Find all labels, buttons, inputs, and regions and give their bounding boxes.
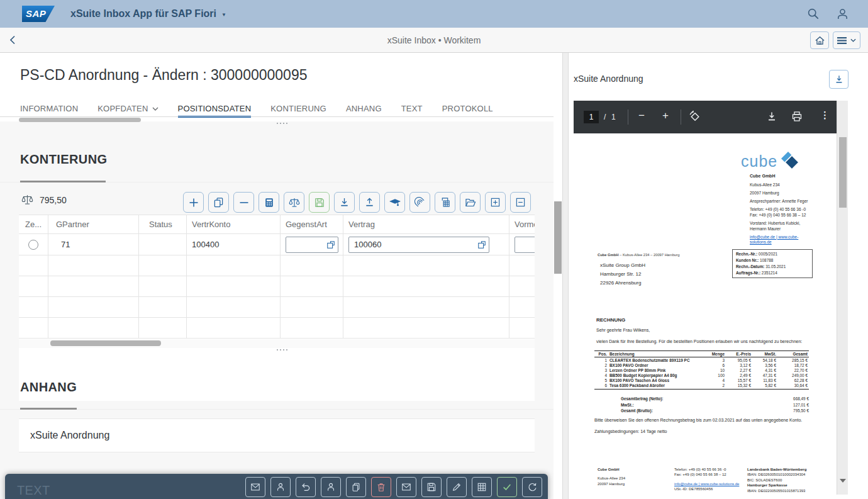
sap-logo[interactable]: SAP <box>22 6 55 22</box>
table-header-row: Ze... GPartner Status VertrKonto Gegenst… <box>19 215 535 234</box>
expand-button[interactable] <box>485 192 506 213</box>
balance-button[interactable] <box>284 192 304 213</box>
panel-splitter[interactable] <box>562 53 569 499</box>
home-button[interactable] <box>810 31 829 49</box>
tab-kopfdaten[interactable]: KOPFDATEN <box>97 101 158 117</box>
refresh-button[interactable] <box>522 477 542 497</box>
pdf-footer-banks: Landesbank Baden-Württemberg IBAN: DE026… <box>747 467 806 493</box>
coil-button[interactable] <box>409 192 430 213</box>
attachment-list-item[interactable]: xSuite Anordnung <box>19 418 535 452</box>
accept-button[interactable] <box>497 477 517 497</box>
copy-button[interactable] <box>346 477 366 497</box>
copy-button[interactable] <box>208 192 229 213</box>
column-header-vertrkonto[interactable]: VertrKonto <box>187 215 281 233</box>
email-button[interactable] <box>245 477 265 497</box>
invoice-item-row: 4BB500 Budget Kopierpapier A4 80g1002,49… <box>594 373 809 378</box>
balance-total: 795,50 <box>21 194 67 206</box>
tab-information[interactable]: INFORMATION <box>20 101 78 117</box>
panel-vertical-scrollbar <box>554 53 562 499</box>
remove-button[interactable] <box>233 192 254 213</box>
invoice-items-table: Pos. Bezeichnung Menge E.-Preis MwSt. Ge… <box>594 350 809 390</box>
gegenstart-input[interactable] <box>286 237 338 253</box>
print-button[interactable] <box>791 111 803 122</box>
education-button[interactable] <box>384 192 405 213</box>
calculator-button[interactable] <box>259 192 279 213</box>
user-profile-icon[interactable] <box>836 8 849 21</box>
pdf-footer-address: Cube GmbH Kubus-Allee 234 20097 Hamburg <box>598 467 625 486</box>
export-table-button[interactable] <box>435 192 455 213</box>
cell-gpartner: 71 <box>48 234 139 255</box>
table-horizontal-scrollbar-thumb[interactable] <box>50 340 161 346</box>
section-divider <box>0 409 554 410</box>
email-button[interactable] <box>396 477 416 497</box>
company-links[interactable]: info@cube.de | www.cube-solutions.de <box>750 235 814 245</box>
app-title-menu[interactable]: xSuite Inbox App für SAP Fiori ▼ <box>70 0 226 28</box>
anhang-section-heading: ANHANG <box>20 380 77 395</box>
invoice-item-row: 1CLEARTEX Bodenschutzmatte 89X119 PC395,… <box>594 357 809 363</box>
pdf-download-button[interactable] <box>766 111 777 122</box>
upload-button[interactable] <box>359 192 380 213</box>
recipient-block: xSuite Group GmbH Hamburger Str. 12 2292… <box>600 263 645 289</box>
column-header-vormerk[interactable]: Vormerk <box>509 215 535 233</box>
add-button[interactable] <box>183 192 204 213</box>
pdf-page-input[interactable]: 1 <box>584 111 599 123</box>
vertrag-input[interactable]: 100060 <box>348 237 489 253</box>
tab-anhang[interactable]: ANHANG <box>346 101 382 117</box>
toolbar-divider <box>628 109 628 125</box>
splitter-grip[interactable] <box>277 123 287 124</box>
value-help-icon[interactable] <box>477 240 486 249</box>
download-button[interactable] <box>334 192 355 213</box>
salutation: Sehr geehrte Frau Wilkens, <box>596 328 650 332</box>
undo-button[interactable] <box>296 477 316 497</box>
rotate-button[interactable] <box>688 110 701 123</box>
grid-button[interactable] <box>472 477 492 497</box>
section-underline <box>20 181 106 182</box>
tab-strip: INFORMATION KOPFDATEN POSITIONSDATEN KON… <box>20 101 556 117</box>
vormerk-input[interactable] <box>515 237 535 253</box>
pdf-toolbar: 1 / 1 − + ⋮ <box>574 101 837 133</box>
value-help-icon[interactable] <box>326 240 335 249</box>
search-icon[interactable] <box>807 8 820 20</box>
save-button[interactable] <box>421 477 442 497</box>
tab-protokoll[interactable]: PROTOKOLL <box>442 101 493 117</box>
pdf-scrollbar-thumb[interactable] <box>839 137 847 208</box>
invoice-info-box: Rechn.-Nr.: 0005/2021 Kunden Nr.: 108788… <box>732 249 813 278</box>
column-header-gpartner[interactable]: GPartner <box>48 215 139 233</box>
save-button[interactable] <box>309 192 330 213</box>
forward-person-button[interactable] <box>270 477 291 497</box>
row-select-radio[interactable] <box>28 240 38 250</box>
zoom-in-button[interactable]: + <box>659 109 672 122</box>
table-horizontal-scrollbar <box>19 339 535 348</box>
column-header-zeile[interactable]: Ze... <box>19 215 48 233</box>
column-header-gegenstart[interactable]: GegenstArt <box>281 215 343 233</box>
tab-kontierung[interactable]: KONTIERUNG <box>270 101 326 117</box>
delete-button[interactable] <box>371 477 391 497</box>
panel-vertical-scrollbar-thumb[interactable] <box>554 201 562 274</box>
pdf-scroll-down-arrow[interactable] <box>840 479 846 483</box>
splitter-grip[interactable] <box>277 349 287 350</box>
more-options-button[interactable]: ⋮ <box>820 109 830 121</box>
cube-logo-icon <box>780 150 800 171</box>
open-folder-button[interactable] <box>460 192 481 213</box>
column-header-status[interactable]: Status <box>139 215 187 233</box>
tab-text[interactable]: TEXT <box>401 101 423 117</box>
column-header-vertrag[interactable]: Vertrag <box>343 215 509 233</box>
assign-person-button[interactable] <box>321 477 341 497</box>
download-attachment-button[interactable] <box>829 70 849 89</box>
sap-logo-text: SAP <box>26 8 46 19</box>
footer-links[interactable]: info@cube.de | www.cube-solutions.de <box>674 481 739 486</box>
workitem-panel: PS-CD Anordnung - Ändern : 300000000095 … <box>0 53 562 499</box>
edit-button[interactable] <box>447 477 467 497</box>
invoice-totals: Gesamtbetrag (Netto):668,49 € MwSt.:127,… <box>594 396 809 415</box>
table-empty-row <box>19 318 535 339</box>
zoom-out-button[interactable]: − <box>635 109 648 122</box>
menu-button[interactable] <box>833 31 860 49</box>
app-title-label: xSuite Inbox App für SAP Fiori <box>70 8 216 20</box>
tabs-horizontal-scrollbar[interactable] <box>19 118 141 122</box>
tab-positionsdaten[interactable]: POSITIONSDATEN <box>178 101 252 117</box>
pdf-page-count: 1 <box>611 113 616 121</box>
collapse-button[interactable] <box>510 192 531 213</box>
pdf-page-separator: / <box>604 113 606 121</box>
chevron-down-icon <box>850 38 856 42</box>
nav-actions <box>810 31 860 49</box>
